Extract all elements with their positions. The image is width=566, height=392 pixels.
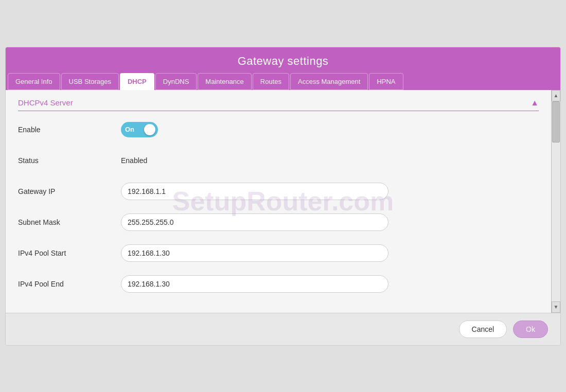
tab-maintenance[interactable]: Maintenance — [198, 73, 251, 90]
tab-hpna[interactable]: HPNA — [369, 73, 403, 90]
enable-control: On — [121, 122, 539, 137]
status-label: Status — [18, 156, 121, 165]
ipv4-pool-start-label: IPv4 Pool Start — [18, 249, 121, 257]
toggle-label: On — [125, 126, 134, 133]
enable-label: Enable — [18, 126, 121, 134]
ipv4-pool-end-control — [121, 275, 539, 293]
gateway-ip-label: Gateway IP — [18, 187, 121, 195]
status-row: Status Enabled — [18, 150, 539, 171]
ipv4-pool-start-row: IPv4 Pool Start — [18, 243, 539, 263]
footer: Cancel Ok — [6, 313, 560, 345]
gateway-settings-window: Gateway settings General Info USB Storag… — [5, 47, 561, 346]
tab-usb-storages[interactable]: USB Storages — [61, 73, 119, 90]
scroll-thumb[interactable] — [552, 101, 560, 142]
status-value: Enabled — [121, 156, 147, 165]
scroll-down-arrow[interactable]: ▼ — [552, 301, 560, 313]
subnet-mask-row: Subnet Mask — [18, 212, 539, 233]
window-title: Gateway settings — [6, 47, 560, 73]
main-panel: DHCPv4 Server ▲ Enable On Status — [6, 90, 551, 313]
subnet-mask-control — [121, 213, 539, 231]
scroll-up-arrow[interactable]: ▲ — [552, 90, 560, 101]
section-title: DHCPv4 Server — [18, 98, 73, 107]
ipv4-pool-end-row: IPv4 Pool End — [18, 274, 539, 294]
tab-access-management[interactable]: Access Management — [290, 73, 368, 90]
main-content: DHCPv4 Server ▲ Enable On Status — [6, 90, 560, 313]
content-wrapper: DHCPv4 Server ▲ Enable On Status — [6, 90, 560, 313]
gateway-ip-row: Gateway IP — [18, 181, 539, 202]
subnet-mask-label: Subnet Mask — [18, 218, 121, 226]
ipv4-pool-end-label: IPv4 Pool End — [18, 280, 121, 288]
gateway-ip-input[interactable] — [121, 183, 388, 200]
chevron-up-icon[interactable]: ▲ — [530, 98, 539, 108]
cancel-button[interactable]: Cancel — [459, 320, 507, 338]
scrollbar: ▲ ▼ — [551, 90, 560, 313]
subnet-mask-input[interactable] — [121, 213, 388, 231]
ipv4-pool-end-input[interactable] — [121, 275, 388, 293]
enable-toggle[interactable]: On — [121, 122, 158, 137]
ipv4-pool-start-control — [121, 244, 539, 262]
gateway-ip-control — [121, 183, 539, 200]
scroll-track — [552, 101, 560, 301]
section-header: DHCPv4 Server ▲ — [18, 98, 539, 111]
tab-dyndns[interactable]: DynDNS — [155, 73, 197, 90]
tab-routes[interactable]: Routes — [253, 73, 289, 90]
tab-dhcp[interactable]: DHCP — [120, 73, 154, 90]
tab-bar: General Info USB Storages DHCP DynDNS Ma… — [6, 73, 560, 90]
ipv4-pool-start-input[interactable] — [121, 244, 388, 262]
status-control: Enabled — [121, 156, 539, 165]
tab-general-info[interactable]: General Info — [8, 73, 60, 90]
ok-button[interactable]: Ok — [513, 320, 548, 338]
enable-row: Enable On — [18, 119, 539, 140]
toggle-knob — [144, 124, 155, 135]
